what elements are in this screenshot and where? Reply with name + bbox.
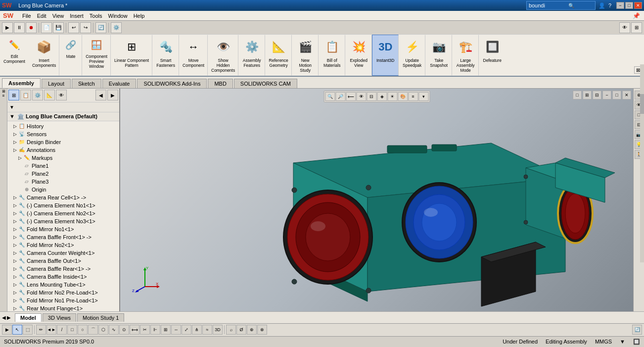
split-vert-btn[interactable]: ⊞	[583, 91, 592, 99]
tree-item-lens-mounting-tube[interactable]: ▷ 🔧 Lens Mounting Tube<1>	[8, 281, 118, 289]
play-button[interactable]: ▶	[2, 22, 13, 33]
title-search-input[interactable]	[529, 2, 568, 8]
intersect-btn[interactable]: ⋔	[192, 325, 202, 335]
tree-item-origin[interactable]: ⊕ Origin	[8, 186, 118, 194]
tree-item-camera-baffle-inside[interactable]: ▷ 🔧 Camera Baffle Inside<1>	[8, 273, 118, 281]
tree-item-plane3[interactable]: ▱ Plane3	[8, 178, 118, 186]
ribbon-reference-geometry[interactable]: 📐 ReferenceGeometry	[265, 35, 292, 76]
ribbon-take-snapshot[interactable]: 📷 TakeSnapshot	[425, 35, 452, 76]
dimension-btn[interactable]: ◄►	[46, 325, 56, 335]
ribbon-component-preview-window[interactable]: 🪟 ComponentPreviewWindow	[82, 35, 111, 76]
rapid-sketch-btn[interactable]: ⌕	[226, 325, 236, 335]
feature-manager-tab[interactable]: ⊞	[8, 90, 19, 100]
options-button[interactable]: ⚙️	[111, 22, 122, 33]
view-options-btn[interactable]: 👁	[356, 92, 366, 101]
menu-edit[interactable]: Edit	[34, 12, 49, 20]
ribbon-mate[interactable]: 🔗 Mate	[59, 35, 82, 76]
tree-item-annotations[interactable]: ▷ ✍️ Annotations	[8, 146, 118, 154]
tab-model[interactable]: Model	[15, 313, 42, 322]
left-strip-icon-1[interactable]: ⊞	[1, 90, 6, 93]
tree-item-plane2[interactable]: ▱ Plane2	[8, 170, 118, 178]
tab-solidworks-add-ins[interactable]: SOLIDWORKS Add-Ins	[137, 79, 207, 88]
tree-item-plane1[interactable]: ▱ Plane1	[8, 162, 118, 170]
ribbon-large-assembly-mode[interactable]: 🏗️ LargeAssemblyMode	[452, 35, 479, 76]
smart-dimension-btn[interactable]: Ø	[236, 325, 246, 335]
redo-button[interactable]: ↪	[80, 22, 91, 33]
ribbon-update-speedpak[interactable]: ⚡ UpdateSpeedpak	[399, 35, 425, 76]
units-dropdown-btn[interactable]: ▼	[620, 339, 625, 345]
save-button[interactable]: 💾	[53, 22, 64, 33]
panel-back-button[interactable]: ◀	[95, 90, 106, 100]
tab-mbd[interactable]: MBD	[208, 79, 232, 88]
tree-item-design-binder[interactable]: ▷ 📁 Design Binder	[8, 138, 118, 146]
toolbar-customize-icon[interactable]: 📌	[632, 11, 641, 20]
title-search-box[interactable]: 🔍	[526, 1, 596, 10]
face-curves-btn[interactable]: ≈	[202, 325, 212, 335]
ribbon-bill-of-materials[interactable]: 📋 Bill ofMaterials	[319, 35, 345, 76]
tab-solidworks-cam[interactable]: SOLIDWORKS CAM	[234, 79, 297, 88]
tree-item-cam-elem-no3[interactable]: ▷ 🔧 (-) Camera Element No3<1>	[8, 217, 118, 225]
normal-view-btn[interactable]: □	[573, 91, 582, 99]
ribbon-linear-component-pattern[interactable]: ⊞ Linear ComponentPattern	[111, 35, 152, 76]
tree-item-cam-baffle-front[interactable]: ▷ 🔧 Camera Baffle Front<1> ->	[8, 233, 118, 241]
spline-btn[interactable]: ∿	[109, 325, 119, 335]
close-button[interactable]: ✕	[634, 2, 642, 9]
tab-layout[interactable]: Layout	[42, 79, 71, 88]
ribbon-defeature[interactable]: 🔲 Defeature	[479, 35, 506, 76]
tab-sketch[interactable]: Sketch	[72, 79, 101, 88]
tree-item-fold-mirror-no1[interactable]: ▷ 🔧 Fold Mirror No1<1>	[8, 225, 118, 233]
menu-window[interactable]: Window	[105, 12, 131, 20]
dim-xpert-tab[interactable]: 📐	[44, 90, 55, 100]
tree-item-camera-counter-weight[interactable]: ▷ 🔧 Camera Counter Weight<1>	[8, 249, 118, 257]
convert-entities-btn[interactable]: ⤢	[182, 325, 191, 335]
select-btn[interactable]: ⬚	[23, 325, 33, 335]
close-viewport-btn[interactable]: ✕	[622, 91, 631, 99]
tab-nav-left[interactable]: ◀	[2, 315, 6, 320]
tree-item-cam-elem-no1[interactable]: ▷ 🔧 (-) Camera Element No1<1>	[8, 201, 118, 209]
ribbon-instant3d[interactable]: 3D Instant3D	[372, 35, 399, 76]
property-manager-tab[interactable]: 📋	[20, 90, 31, 100]
tab-nav-right[interactable]: ▶	[7, 315, 11, 320]
menu-insert[interactable]: Insert	[67, 12, 87, 20]
view-settings-icon[interactable]: ⊞	[631, 22, 642, 33]
maximize-button[interactable]: □	[625, 2, 633, 9]
solidworks-resources-icon[interactable]: 🔲	[633, 339, 640, 345]
ribbon-assembly-features[interactable]: ⚙️ AssemblyFeatures	[238, 35, 265, 76]
menu-help[interactable]: Help	[131, 12, 148, 20]
ribbon-move-component[interactable]: ↔️ MoveComponent	[179, 35, 208, 76]
rebuild-model-btn[interactable]: 🔄	[632, 325, 642, 335]
display-style-btn[interactable]: ◈	[377, 92, 387, 101]
rectangle-btn[interactable]: □	[67, 325, 77, 335]
tab-assembly[interactable]: Assembly	[2, 78, 41, 88]
menu-view[interactable]: View	[49, 12, 67, 20]
trim-btn[interactable]: ✂	[140, 325, 150, 335]
left-strip-icon-2[interactable]: ≡	[2, 94, 5, 98]
root-expand-icon[interactable]: ▼	[9, 113, 15, 119]
tab-evaluate[interactable]: Evaluate	[102, 79, 137, 88]
menu-tools[interactable]: Tools	[87, 12, 105, 20]
cursor-btn[interactable]: ↖	[12, 325, 22, 335]
display-delete-btn[interactable]: ⊗	[257, 325, 267, 335]
move-entities-btn[interactable]: ↔	[171, 325, 181, 335]
ribbon-exploded-view[interactable]: 💥 ExplodedView	[345, 35, 372, 76]
tree-item-fold-mirror-no2[interactable]: ▷ 🔧 Fold Mirror No2<1>	[8, 241, 118, 249]
ribbon-insert-components[interactable]: 📦 InsertComponents	[29, 35, 59, 76]
user-icon[interactable]: 👤	[598, 2, 605, 9]
line-btn[interactable]: /	[57, 325, 67, 335]
tree-item-markups[interactable]: ▷ ✏️ Markups	[8, 154, 118, 162]
ellipse-btn[interactable]: ⊙	[119, 325, 129, 335]
play-btn[interactable]: ▶	[2, 325, 12, 335]
mirror-btn[interactable]: ⊩	[150, 325, 160, 335]
record-button[interactable]: ⏺	[26, 22, 37, 33]
tree-item-history[interactable]: ▷ 📋 History	[8, 122, 118, 130]
offset-btn[interactable]: ⟷	[130, 325, 139, 335]
polygon-btn[interactable]: ⬡	[98, 325, 108, 335]
pause-button[interactable]: ⏸	[14, 22, 25, 33]
ribbon-edit-component[interactable]: ✏️ EditComponent	[0, 35, 29, 76]
tree-item-cam-elem-no2[interactable]: ▷ 🔧 (-) Camera Element No2<1>	[8, 209, 118, 217]
sketch-btn[interactable]: ✏	[36, 325, 46, 335]
3d-sketch-btn[interactable]: 3D	[213, 325, 223, 335]
tab-3d-views[interactable]: 3D Views	[43, 313, 76, 322]
maximize-viewport-btn[interactable]: □	[612, 91, 621, 99]
linear-pattern-btn[interactable]: ⊞	[161, 325, 171, 335]
